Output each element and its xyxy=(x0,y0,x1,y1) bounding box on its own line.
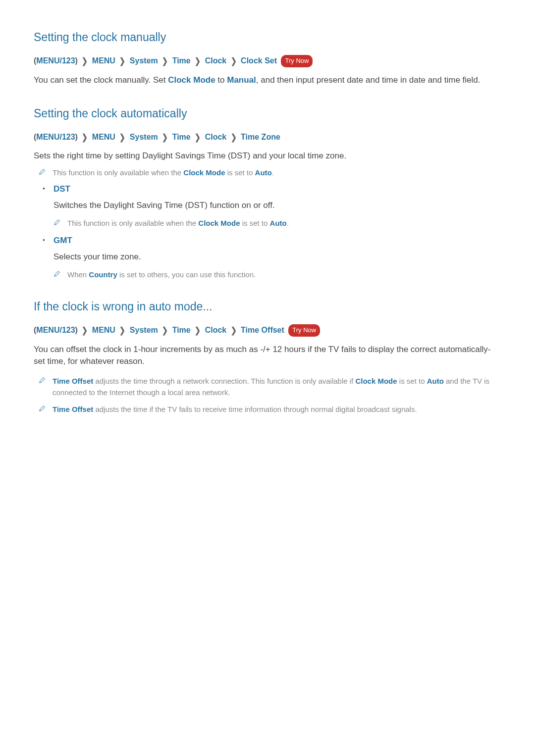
note-text: Time Offset adjusts the time if the TV f… xyxy=(53,404,417,415)
option-desc-gmt: Selects your time zone. xyxy=(54,251,501,263)
paragraph-time-offset: You can offset the clock in 1-hour incre… xyxy=(34,344,501,368)
note-time-offset-broadcast: Time Offset adjusts the time if the TV f… xyxy=(34,404,501,415)
breadcrumb-button: MENU/123 xyxy=(36,326,75,334)
paragraph-clock-manual: You can set the clock manually. Set Cloc… xyxy=(34,74,501,87)
chevron-right-icon: ❯ xyxy=(231,131,237,144)
chevron-right-icon: ❯ xyxy=(82,324,88,337)
bc-system: System xyxy=(130,326,158,334)
note-text: When Country is set to others, you can u… xyxy=(67,269,256,281)
breadcrumb-time-zone: (MENU/123) ❯ MENU ❯ System ❯ Time ❯ Cloc… xyxy=(34,131,501,143)
chevron-right-icon: ❯ xyxy=(195,55,201,67)
bc-system: System xyxy=(130,56,158,65)
section-clock-manual: Setting the clock manually (MENU/123) ❯ … xyxy=(34,31,501,86)
heading-clock-auto: Setting the clock automatically xyxy=(34,107,501,120)
chevron-right-icon: ❯ xyxy=(82,55,88,67)
bc-clock: Clock xyxy=(205,133,227,141)
bc-time: Time xyxy=(172,133,191,141)
heading-clock-wrong: If the clock is wrong in auto mode... xyxy=(34,300,501,313)
chevron-right-icon: ❯ xyxy=(162,55,168,67)
pencil-icon xyxy=(54,270,60,279)
bc-system: System xyxy=(130,133,158,141)
chevron-right-icon: ❯ xyxy=(231,55,237,67)
section-clock-auto: Setting the clock automatically (MENU/12… xyxy=(34,107,501,280)
try-now-button[interactable]: Try Now xyxy=(288,324,320,337)
note-text: Time Offset adjusts the time through a n… xyxy=(53,376,501,398)
option-name-gmt: GMT xyxy=(54,236,501,246)
pencil-icon xyxy=(39,405,46,414)
pencil-icon xyxy=(54,219,60,228)
chevron-right-icon: ❯ xyxy=(119,131,125,144)
option-gmt: GMT Selects your time zone. When Country… xyxy=(43,236,501,280)
chevron-right-icon: ❯ xyxy=(231,324,237,337)
chevron-right-icon: ❯ xyxy=(162,324,168,337)
bc-time-offset: Time Offset xyxy=(241,326,284,334)
pencil-icon xyxy=(39,377,46,386)
hl-manual: Manual xyxy=(227,75,256,85)
hl-clock-mode: Clock Mode xyxy=(168,75,215,85)
options-list: DST Switches the Daylight Saving Time (D… xyxy=(34,184,501,280)
option-name-dst: DST xyxy=(54,184,501,194)
section-clock-wrong: If the clock is wrong in auto mode... (M… xyxy=(34,300,501,415)
breadcrumb-clock-set: (MENU/123) ❯ MENU ❯ System ❯ Time ❯ Cloc… xyxy=(34,55,501,67)
breadcrumb-button: MENU/123 xyxy=(36,56,75,65)
bc-menu: MENU xyxy=(92,56,115,65)
pencil-icon xyxy=(39,168,46,177)
chevron-right-icon: ❯ xyxy=(195,324,201,337)
bc-clock-set: Clock Set xyxy=(241,56,277,65)
note-text: This function is only available when the… xyxy=(53,167,274,179)
bc-menu: MENU xyxy=(92,326,115,334)
note-gmt: When Country is set to others, you can u… xyxy=(54,269,501,281)
bc-clock: Clock xyxy=(205,56,227,65)
note-time-offset-network: Time Offset adjusts the time through a n… xyxy=(34,376,501,398)
chevron-right-icon: ❯ xyxy=(162,131,168,144)
chevron-right-icon: ❯ xyxy=(195,131,201,144)
chevron-right-icon: ❯ xyxy=(119,55,125,67)
note-clock-mode-auto: This function is only available when the… xyxy=(34,167,501,179)
bc-menu: MENU xyxy=(92,133,115,141)
chevron-right-icon: ❯ xyxy=(82,131,88,144)
bc-time: Time xyxy=(172,56,191,65)
bc-clock: Clock xyxy=(205,326,227,334)
chevron-right-icon: ❯ xyxy=(119,324,125,337)
heading-clock-manual: Setting the clock manually xyxy=(34,31,501,44)
breadcrumb-button: MENU/123 xyxy=(36,133,75,141)
note-dst: This function is only available when the… xyxy=(54,218,501,229)
option-dst: DST Switches the Daylight Saving Time (D… xyxy=(43,184,501,229)
try-now-button[interactable]: Try Now xyxy=(281,55,313,67)
bc-time-zone: Time Zone xyxy=(241,133,280,141)
note-text: This function is only available when the… xyxy=(67,218,289,229)
option-desc-dst: Switches the Daylight Saving Time (DST) … xyxy=(54,199,501,212)
bc-time: Time xyxy=(172,326,191,334)
breadcrumb-time-offset: (MENU/123) ❯ MENU ❯ System ❯ Time ❯ Cloc… xyxy=(34,324,501,337)
paragraph-clock-auto: Sets the right time by setting Daylight … xyxy=(34,150,501,162)
